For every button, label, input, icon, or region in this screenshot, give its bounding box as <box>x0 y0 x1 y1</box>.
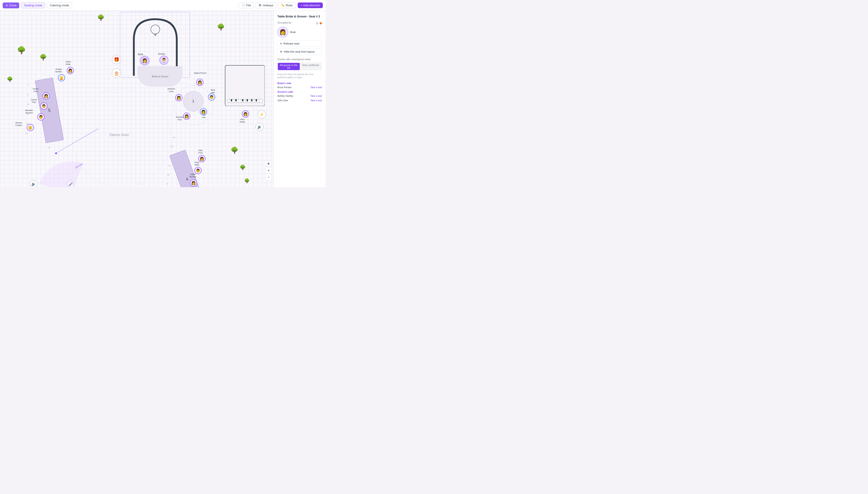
bride-groom-label: Bride & Groom <box>152 75 168 78</box>
take-seat-john[interactable]: Take a seat <box>310 99 322 102</box>
only-confirmed-tab-label: Only confirmed <box>302 64 319 66</box>
seat-num-14: 14 <box>48 147 50 149</box>
label-brenden: BrendenHouston <box>25 109 33 114</box>
seat-kitty[interactable]: 👩 <box>198 155 206 162</box>
take-seat-ashley[interactable]: Take a seat <box>310 95 322 97</box>
status-dot <box>320 22 322 24</box>
ruler-icon: 📏 <box>281 4 285 7</box>
eye-icon: 👁 <box>280 50 283 53</box>
seat-rnum-14: 14 <box>173 136 175 138</box>
dance-area-circle <box>72 89 171 187</box>
bride-groom-table[interactable]: Bride & Groom <box>137 66 182 87</box>
power-icon: ⚡ <box>258 110 266 118</box>
seat-maid[interactable]: 👩 <box>196 79 204 86</box>
tree-1: 🌳 <box>17 46 26 55</box>
label-maid: Maid-of-honor <box>194 72 207 74</box>
seat-rnum-9b: 9 <box>167 183 168 185</box>
guest-row-ashley: Ashley Hartley Take a seat <box>277 95 322 97</box>
seat-izabel[interactable]: 👩 <box>190 179 197 187</box>
zoom-in-button[interactable]: + <box>265 167 272 174</box>
speaker-right: 🔊 <box>255 123 264 131</box>
brides-side-title: Bride's side <box>277 82 322 84</box>
label-bestman: Bestman <box>211 89 215 94</box>
hide-seat-button[interactable]: 👁 Hide this seat from layout <box>277 49 322 55</box>
seat-olivia-duke[interactable]: 👩 <box>67 67 74 74</box>
close-button[interactable]: ✕ Close <box>3 2 19 8</box>
release-seat-button[interactable]: ✕ Release seat <box>277 40 322 47</box>
svg-rect-24 <box>256 99 257 101</box>
seat-gregor[interactable]: 👱 <box>58 74 65 81</box>
tree-6: 🌳 <box>231 147 238 154</box>
label-jonty: JontyWillis <box>194 161 199 166</box>
file-button[interactable]: 📄 File <box>239 2 254 8</box>
hotkeys-label: Hotkeys <box>263 4 273 7</box>
add-element-button[interactable]: + Add element <box>298 2 323 8</box>
svg-rect-19 <box>231 99 232 101</box>
bride-avatar-sidebar: 👩 <box>277 27 288 38</box>
zoom-out-button[interactable]: − <box>265 174 272 180</box>
ruler-button[interactable]: 📏 Ruler <box>278 2 296 8</box>
cake-icon: 🎂 <box>112 69 121 78</box>
tree-8: 🌳 <box>244 178 250 184</box>
svg-rect-23 <box>251 99 252 101</box>
gear-icon[interactable]: ⚙ <box>316 21 319 25</box>
occupied-user: 👩 Bride <box>277 27 322 38</box>
topbar-right: 📄 File ⌘ Hotkeys 📏 Ruler + Add element <box>239 2 323 8</box>
seat-num-9: 9 <box>27 93 28 96</box>
grooms-side-title: Groom's side <box>277 91 322 93</box>
canvas[interactable]: 🌳 🌳 🌳 🌳 🌳 🌳 🌳 🌳 🎁 🎂 Bride & Groom <box>0 11 273 187</box>
hide-seat-label: Hide this seat from layout <box>284 50 314 53</box>
piano-svg <box>225 65 265 106</box>
only-confirmed-tab[interactable]: Only confirmed <box>300 63 322 70</box>
release-seat-label: Release seat <box>284 42 299 45</box>
bride-seat[interactable]: 👩 <box>140 56 150 65</box>
label-alice: AliceNeale <box>239 118 245 123</box>
label-roman: RomanCooper <box>15 122 22 127</box>
close-label: Close <box>9 4 17 7</box>
seating-mode-button[interactable]: Seating mode <box>21 2 45 8</box>
file-icon: 📄 <box>242 4 245 7</box>
occupied-label: Occupied by: <box>277 21 292 24</box>
table-5[interactable]: 5 <box>35 78 63 143</box>
add-element-label: + Add element <box>301 4 320 7</box>
label-johanna: JohannaLowe <box>167 88 175 93</box>
svg-rect-21 <box>242 99 244 101</box>
speaker-left: 🔊 <box>30 180 38 187</box>
catering-mode-button[interactable]: Catering mode <box>47 2 72 8</box>
tree-5: 🌳 <box>217 23 225 31</box>
svg-rect-22 <box>247 99 248 101</box>
seat-alice[interactable]: 👩 <box>242 110 249 118</box>
guest-name-anna: Anna Fenton <box>277 86 292 89</box>
seat-brenden[interactable]: 👨 <box>37 113 44 120</box>
zoom-controls: + − <box>265 167 272 180</box>
seat-rnum-10b: 10 <box>167 174 170 176</box>
seat-darrel[interactable]: 👨 <box>40 102 47 110</box>
label-kitty: KittyFrye <box>198 149 202 154</box>
sidebar: Table Bride & Groom · Seat # 2 Occupied … <box>273 11 326 187</box>
tree-3: 🌳 <box>7 76 13 82</box>
guests-unassigned-title: Guests with unassigned seats: <box>277 58 322 61</box>
bride-avatar: 👩 <box>141 57 149 65</box>
hotkeys-button[interactable]: ⌘ Hotkeys <box>256 2 276 8</box>
topbar: ✕ Close Seating mode Catering mode 📄 Fil… <box>0 0 326 11</box>
all-guests-tab[interactable]: All guests in the list <box>278 63 300 70</box>
seat-jonty[interactable]: 👨 <box>194 167 201 174</box>
sidebar-title: Table Bride & Groom · Seat # 2 <box>277 15 322 19</box>
seat-roman[interactable]: 👴 <box>27 124 34 131</box>
seat-rnum-11b: 11 <box>168 165 171 167</box>
catering-mode-label: Catering mode <box>50 4 69 7</box>
piano <box>225 65 265 106</box>
guest-row-john: John Doe Take a seat <box>277 99 322 102</box>
nav-compass[interactable]: ✛ <box>265 160 272 167</box>
seat-kirstin[interactable]: 👩 <box>42 92 50 99</box>
seat-rnum-15: 15 <box>171 145 173 148</box>
close-icon: ✕ <box>5 4 8 7</box>
tree-4: 🌳 <box>97 14 104 21</box>
table-1-dashed-ring <box>174 86 214 125</box>
guest-name-ashley: Ashley Hartley <box>277 95 293 97</box>
x-icon-release: ✕ <box>280 42 282 45</box>
drag-hint: Drag and drop your guests into your pref… <box>277 73 322 79</box>
groom-seat[interactable]: 👨‍💼 <box>159 56 168 65</box>
label-darrel: DarrelFrye <box>31 99 37 103</box>
take-seat-anna[interactable]: Take a seat <box>310 86 322 89</box>
